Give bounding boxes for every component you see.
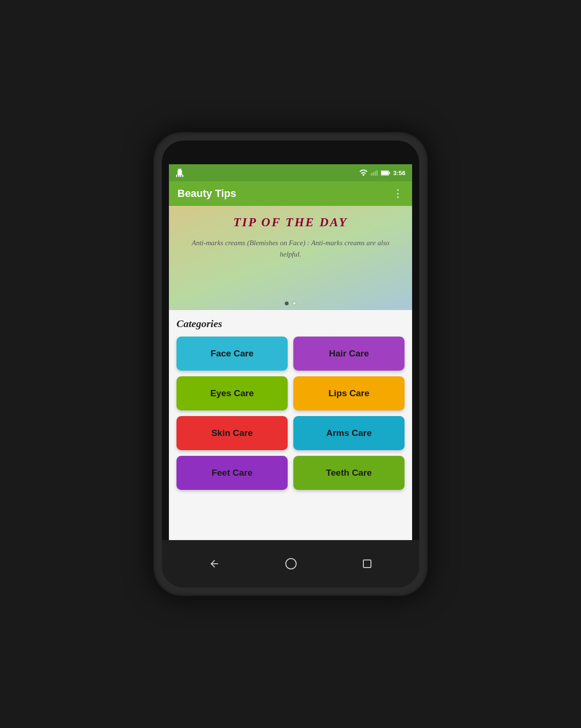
home-button[interactable] (285, 558, 297, 570)
android-icon (176, 169, 184, 177)
screen: 3:56 Beauty Tips ⋮ TIP OF THE DAY Anti-m… (169, 164, 412, 540)
battery-icon (381, 170, 390, 176)
category-btn-teeth-care[interactable]: Teeth Care (293, 456, 405, 490)
category-btn-eyes-care[interactable]: Eyes Care (176, 376, 288, 410)
time-display: 3:56 (393, 169, 405, 177)
carousel-dots (285, 302, 296, 305)
tip-banner: TIP OF THE DAY Anti-marks creams (Blemis… (169, 206, 412, 310)
device-inner: 3:56 Beauty Tips ⋮ TIP OF THE DAY Anti-m… (162, 141, 419, 587)
tip-title: TIP OF THE DAY (233, 215, 348, 230)
categories-section: Categories Face CareHair CareEyes CareLi… (169, 310, 412, 540)
status-left (176, 169, 184, 177)
category-btn-feet-care[interactable]: Feet Care (176, 456, 288, 490)
wifi-icon (359, 169, 368, 176)
app-title: Beauty Tips (177, 187, 236, 200)
back-button[interactable] (209, 558, 220, 569)
category-btn-skin-care[interactable]: Skin Care (176, 416, 288, 450)
dot-2 (292, 302, 296, 305)
svg-rect-3 (377, 170, 378, 176)
categories-grid: Face CareHair CareEyes CareLips CareSkin… (176, 337, 405, 490)
tip-text: Anti-marks creams (Blemishes on Face) : … (183, 237, 398, 260)
status-right: 3:56 (359, 169, 405, 177)
category-btn-hair-care[interactable]: Hair Care (293, 337, 405, 371)
svg-rect-1 (373, 172, 374, 176)
device-frame: 3:56 Beauty Tips ⋮ TIP OF THE DAY Anti-m… (153, 132, 428, 596)
recents-button[interactable] (362, 559, 372, 569)
svg-rect-5 (389, 172, 390, 174)
categories-heading: Categories (176, 318, 405, 330)
signal-icon (370, 169, 378, 176)
svg-point-7 (286, 559, 296, 569)
category-btn-arms-care[interactable]: Arms Care (293, 416, 405, 450)
menu-button[interactable]: ⋮ (393, 187, 404, 200)
category-btn-lips-care[interactable]: Lips Care (293, 376, 405, 410)
svg-rect-6 (381, 171, 388, 175)
svg-rect-2 (375, 171, 376, 176)
dot-1 (285, 302, 289, 305)
svg-rect-0 (371, 173, 372, 176)
status-bar: 3:56 (169, 164, 412, 181)
svg-rect-8 (363, 560, 371, 568)
navigation-bar (162, 540, 419, 587)
app-toolbar: Beauty Tips ⋮ (169, 181, 412, 206)
category-btn-face-care[interactable]: Face Care (176, 337, 288, 371)
